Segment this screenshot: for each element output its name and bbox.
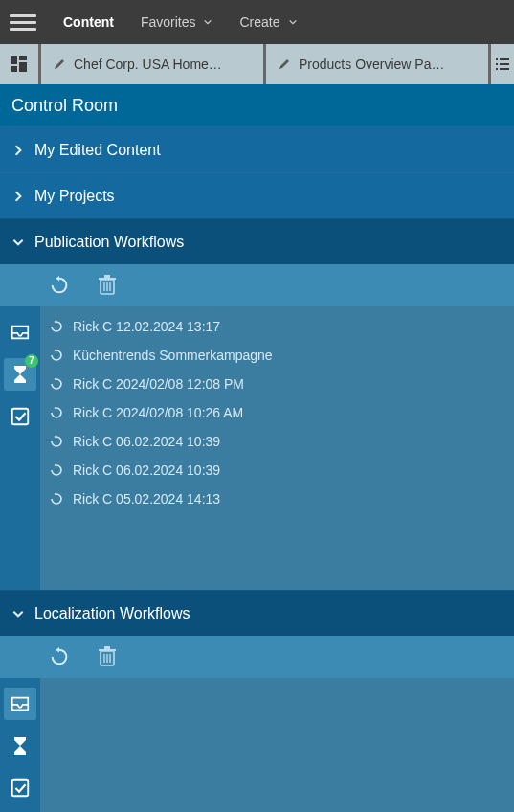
trash-icon: [98, 646, 117, 667]
rail-done[interactable]: [4, 772, 36, 804]
pencil-icon: [53, 57, 66, 71]
panel-title: Control Room: [0, 84, 514, 126]
workflow-item[interactable]: Rick C 12.02.2024 13:17: [40, 312, 514, 341]
chevron-down-icon: [11, 236, 25, 249]
chevron-right-icon: [11, 144, 25, 157]
refresh-icon: [49, 275, 70, 296]
item-label: Rick C 05.02.2024 14:13: [73, 491, 220, 507]
svg-rect-0: [11, 56, 17, 64]
section-publication-workflows[interactable]: Publication Workflows: [0, 218, 514, 264]
chevron-down-icon: [203, 17, 212, 27]
check-box-icon: [10, 778, 31, 799]
rail-inbox[interactable]: [4, 316, 36, 349]
hourglass-icon: [11, 735, 29, 756]
workflow-item[interactable]: Rick C 05.02.2024 14:13: [40, 485, 514, 513]
workflow-item[interactable]: Rick C 06.02.2024 10:39: [40, 456, 514, 485]
svg-rect-3: [11, 66, 17, 72]
item-label: Küchentrends Sommerkampagne: [73, 348, 273, 363]
menu-content[interactable]: Content: [63, 14, 114, 30]
inbox-icon: [10, 694, 31, 713]
cycle-icon: [50, 492, 63, 506]
cycle-icon: [50, 320, 63, 333]
svg-rect-18: [99, 649, 116, 651]
publication-body: 7 Rick C 12.02.2024 13:17 Küchentrends S…: [0, 306, 514, 590]
dashboard-icon: [11, 56, 28, 73]
svg-rect-5: [500, 58, 509, 60]
svg-rect-6: [496, 63, 498, 65]
refresh-button[interactable]: [48, 274, 71, 297]
cycle-icon: [50, 406, 63, 419]
svg-rect-12: [104, 275, 110, 278]
svg-rect-16: [12, 409, 29, 425]
svg-rect-2: [19, 62, 27, 72]
tab-dashboard[interactable]: [0, 44, 38, 84]
item-label: Rick C 2024/02/08 10:26 AM: [73, 405, 243, 420]
tab-list[interactable]: [491, 44, 514, 84]
section-my-projects[interactable]: My Projects: [0, 172, 514, 218]
tab-label: Products Overview Pa…: [299, 56, 445, 72]
menu-favorites-label: Favorites: [141, 14, 196, 30]
workflow-item[interactable]: Rick C 2024/02/08 12:08 PM: [40, 370, 514, 398]
section-label: My Projects: [34, 188, 115, 205]
section-localization-workflows[interactable]: Localization Workflows: [0, 590, 514, 636]
section-label: Localization Workflows: [34, 605, 190, 622]
svg-rect-8: [496, 68, 498, 70]
rail-pending[interactable]: [4, 730, 36, 762]
localization-body: [0, 678, 514, 812]
cycle-icon: [50, 435, 63, 448]
menu-create-label: Create: [239, 14, 279, 30]
rail-inbox[interactable]: [4, 688, 36, 720]
workflow-item[interactable]: Rick C 2024/02/08 10:26 AM: [40, 398, 514, 427]
item-label: Rick C 2024/02/08 12:08 PM: [73, 376, 244, 392]
pencil-icon: [278, 57, 291, 71]
cycle-icon: [50, 349, 63, 362]
trash-icon: [98, 275, 117, 296]
refresh-button[interactable]: [48, 645, 71, 668]
workflow-item[interactable]: Rick C 06.02.2024 10:39: [40, 427, 514, 456]
svg-rect-19: [104, 646, 110, 649]
item-label: Rick C 12.02.2024 13:17: [73, 319, 220, 334]
menu-content-label: Content: [63, 14, 114, 30]
menu-favorites[interactable]: Favorites: [141, 14, 213, 30]
section-label: Publication Workflows: [34, 234, 184, 251]
section-my-edited-content[interactable]: My Edited Content: [0, 126, 514, 172]
menu-create[interactable]: Create: [239, 14, 297, 30]
localization-toolbar: [0, 636, 514, 678]
cycle-icon: [50, 463, 63, 477]
publication-items: Rick C 12.02.2024 13:17 Küchentrends Som…: [40, 306, 514, 590]
svg-rect-4: [496, 58, 498, 60]
publication-toolbar: [0, 264, 514, 306]
pending-badge: 7: [25, 354, 38, 368]
check-box-icon: [10, 406, 31, 427]
tab-label: Chef Corp. USA Home…: [74, 56, 222, 72]
hourglass-icon: [11, 364, 29, 385]
list-icon: [495, 56, 510, 72]
rail-pending[interactable]: 7: [4, 358, 36, 391]
publication-leftrail: 7: [0, 306, 40, 590]
localization-leftrail: [0, 678, 40, 812]
section-label: My Edited Content: [34, 142, 161, 159]
svg-rect-1: [19, 56, 27, 60]
badge-count: 7: [29, 356, 34, 366]
chevron-right-icon: [11, 190, 25, 203]
tab-document-2[interactable]: Products Overview Pa…: [266, 44, 488, 84]
localization-items: [40, 678, 514, 812]
tab-strip: Chef Corp. USA Home… Products Overview P…: [0, 44, 514, 84]
chevron-down-icon: [288, 17, 298, 27]
hamburger-icon[interactable]: [10, 9, 36, 35]
workflow-item[interactable]: Küchentrends Sommerkampagne: [40, 341, 514, 370]
rail-done[interactable]: [4, 400, 36, 433]
panel-title-text: Control Room: [11, 96, 118, 116]
cycle-icon: [50, 377, 63, 391]
chevron-down-icon: [11, 607, 25, 620]
delete-button[interactable]: [96, 645, 119, 668]
item-label: Rick C 06.02.2024 10:39: [73, 462, 220, 478]
top-menubar: Content Favorites Create: [0, 0, 514, 44]
svg-rect-23: [12, 780, 29, 797]
tab-document-1[interactable]: Chef Corp. USA Home…: [41, 44, 263, 84]
svg-rect-9: [500, 68, 509, 70]
svg-rect-7: [500, 63, 509, 65]
inbox-icon: [10, 323, 31, 342]
delete-button[interactable]: [96, 274, 119, 297]
item-label: Rick C 06.02.2024 10:39: [73, 434, 220, 449]
